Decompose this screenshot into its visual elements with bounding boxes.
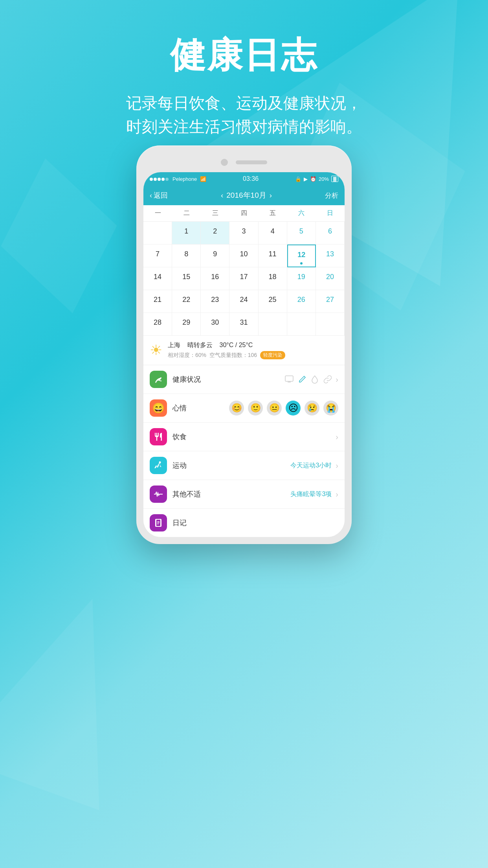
day-28[interactable]: 28: [143, 313, 172, 336]
list-item-diary[interactable]: 日记: [143, 509, 345, 537]
day-7[interactable]: 7: [143, 245, 172, 267]
list-item-mood[interactable]: 😄 心情 😊 🙂 😐 ☹ 😢 😭: [143, 394, 345, 423]
day-17[interactable]: 17: [229, 267, 258, 290]
weather-main-info: 上海 晴转多云 30°C / 25°C: [168, 341, 338, 349]
day-5[interactable]: 5: [287, 222, 316, 245]
diary-icon: [150, 514, 167, 531]
day-15[interactable]: 15: [172, 267, 201, 290]
day-empty-2: [259, 313, 287, 336]
day-18[interactable]: 18: [259, 267, 287, 290]
weekday-thu: 四: [229, 205, 258, 221]
day-empty-3: [287, 313, 316, 336]
lock-icon: 🔒: [295, 176, 301, 182]
day-31[interactable]: 31: [229, 313, 258, 336]
svg-rect-4: [157, 521, 160, 522]
mood-very-happy[interactable]: 😊: [229, 401, 244, 416]
mood-happy[interactable]: 🙂: [248, 401, 263, 416]
discomfort-chevron: ›: [336, 490, 338, 499]
monitor-icon: [284, 375, 294, 384]
prev-month-button[interactable]: ‹: [221, 191, 223, 200]
day-27[interactable]: 27: [316, 290, 345, 313]
svg-point-3: [159, 462, 161, 463]
day-30[interactable]: 30: [201, 313, 229, 336]
day-1[interactable]: 1: [172, 222, 201, 245]
mood-terrible[interactable]: 😭: [323, 401, 338, 416]
svg-rect-6: [157, 524, 159, 524]
next-month-button[interactable]: ›: [270, 191, 272, 200]
day-6[interactable]: 6: [316, 222, 345, 245]
running-icon: [153, 460, 163, 471]
location-icon: ▶: [304, 176, 308, 182]
diary-label: 日记: [172, 518, 338, 528]
weekday-sat: 六: [287, 205, 316, 221]
discomfort-label: 其他不适: [172, 489, 285, 499]
status-bar: Pelephone 📶 03:36 🔒 ▶ ⏰ 20% ▓: [143, 172, 345, 186]
day-21[interactable]: 21: [143, 290, 172, 313]
calendar-title: ‹ 2016年10月 ›: [221, 190, 272, 200]
mood-faces: 😊 🙂 😐 ☹ 😢 😭: [229, 401, 338, 416]
day-3[interactable]: 3: [229, 222, 258, 245]
day-23[interactable]: 23: [201, 290, 229, 313]
analysis-button[interactable]: 分析: [325, 191, 338, 200]
list-item-discomfort[interactable]: 其他不适 头痛眩晕等3项 ›: [143, 480, 345, 509]
diet-label: 饮食: [172, 432, 330, 441]
discomfort-icon: [150, 485, 167, 503]
mood-neutral[interactable]: 😐: [267, 401, 282, 416]
day-16[interactable]: 16: [201, 267, 229, 290]
day-20[interactable]: 20: [316, 267, 345, 290]
health-label: 健康状况: [172, 375, 279, 384]
phone-speaker: [236, 160, 267, 164]
drop-icon: [311, 375, 318, 384]
phone-top: [143, 153, 345, 172]
weekday-tue: 二: [172, 205, 201, 221]
exercise-value: 今天运动3小时: [290, 462, 332, 470]
day-25[interactable]: 25: [259, 290, 287, 313]
header-section: 健康日志 记录每日饮食、运动及健康状况， 时刻关注生活习惯对病情的影响。: [0, 31, 488, 138]
carrier-label: Pelephone: [172, 176, 197, 182]
battery-percent: 20%: [319, 176, 329, 182]
nav-bar: ‹ 返回 ‹ 2016年10月 › 分析: [143, 186, 345, 205]
wifi-icon: 📶: [200, 176, 206, 182]
back-button[interactable]: ‹ 返回: [150, 191, 168, 200]
day-11[interactable]: 11: [259, 245, 287, 267]
weekday-fri: 五: [259, 205, 287, 221]
health-chevron: ›: [336, 375, 338, 384]
day-2[interactable]: 2: [201, 222, 229, 245]
humidity-info: 相对湿度：60% 空气质量指数：106: [168, 352, 257, 359]
discomfort-right: 头痛眩晕等3项 ›: [290, 490, 338, 499]
alarm-icon: ⏰: [310, 176, 316, 182]
background: 健康日志 记录每日饮食、运动及健康状况， 时刻关注生活习惯对病情的影响。 Pel…: [0, 0, 488, 868]
exercise-chevron: ›: [336, 461, 338, 470]
mood-very-sad[interactable]: 😢: [305, 401, 319, 416]
list-item-diet[interactable]: 饮食 ›: [143, 423, 345, 451]
exercise-label: 运动: [172, 461, 285, 470]
day-19[interactable]: 19: [287, 267, 316, 290]
weather-info: 上海 晴转多云 30°C / 25°C 相对湿度：60% 空气质量指数：106 …: [168, 341, 338, 359]
list-item-exercise[interactable]: 运动 今天运动3小时 ›: [143, 451, 345, 480]
weekday-mon: 一: [143, 205, 172, 221]
list-item-health[interactable]: 健康状况: [143, 365, 345, 394]
fork-knife-icon: [154, 432, 163, 441]
day-13[interactable]: 13: [316, 245, 345, 267]
mood-sad[interactable]: ☹: [286, 401, 301, 416]
weekday-wed: 三: [201, 205, 229, 221]
weather-city: 上海: [168, 342, 180, 348]
diet-chevron: ›: [336, 432, 338, 441]
day-14[interactable]: 14: [143, 267, 172, 290]
mood-icon: 😄: [150, 399, 167, 417]
day-26[interactable]: 26: [287, 290, 316, 313]
calendar: 一 二 三 四 五 六 日 1 2 3 4: [143, 205, 345, 336]
today-dot: [300, 262, 303, 265]
day-29[interactable]: 29: [172, 313, 201, 336]
day-9[interactable]: 9: [201, 245, 229, 267]
health-icon: [150, 371, 167, 388]
pencil-icon: [299, 375, 306, 384]
weather-icon: ☀: [150, 342, 162, 359]
day-12-today[interactable]: 12: [287, 245, 316, 267]
day-4[interactable]: 4: [259, 222, 287, 245]
day-8[interactable]: 8: [172, 245, 201, 267]
day-24[interactable]: 24: [229, 290, 258, 313]
day-22[interactable]: 22: [172, 290, 201, 313]
day-10[interactable]: 10: [229, 245, 258, 267]
calendar-week-2: 7 8 9 10 11 12 13: [143, 245, 345, 267]
